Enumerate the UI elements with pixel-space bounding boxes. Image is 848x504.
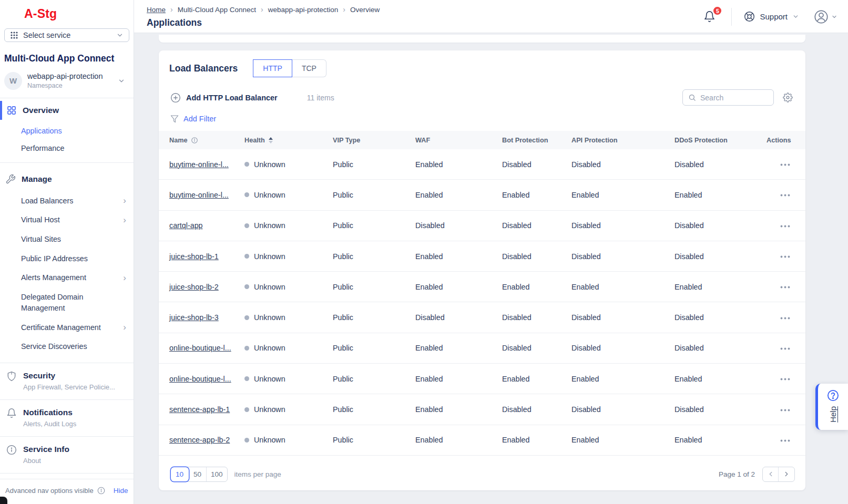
column-header-health[interactable]: Health [244, 137, 333, 144]
health-status-dot [244, 438, 249, 443]
row-actions-button[interactable] [779, 406, 791, 415]
bot-protection-cell: Enabled [502, 283, 571, 291]
column-header-ddos-protection[interactable]: DDoS Protection [675, 137, 767, 144]
row-actions-button[interactable] [779, 314, 791, 323]
lb-type-tab[interactable]: HTTP [253, 59, 292, 77]
breadcrumb-item[interactable]: webapp-api-protection [256, 5, 338, 14]
table-search[interactable] [682, 89, 774, 106]
row-actions-button[interactable] [779, 344, 791, 353]
lb-name-link[interactable]: buytime-online-l... [169, 160, 229, 169]
service-selector[interactable]: Select service [4, 28, 129, 42]
info-circle-icon[interactable] [97, 487, 105, 495]
column-header-api-protection[interactable]: API Protection [571, 137, 675, 144]
table-settings-button[interactable] [783, 92, 793, 102]
sidebar-sub-link[interactable]: Alerts Management › [0, 268, 134, 287]
corner-widget [0, 497, 7, 504]
row-actions-button[interactable] [779, 252, 791, 261]
main-content: Load Balancers HTTPTCP Add HTTP Load Bal… [134, 33, 848, 504]
page-size-option[interactable]: 100 [207, 467, 227, 481]
column-header-waf[interactable]: WAF [415, 137, 502, 144]
vip-type-cell: Public [333, 375, 415, 383]
lb-type-tab[interactable]: TCP [292, 59, 326, 77]
sidebar-item-service-info[interactable]: Service Info About [0, 436, 134, 473]
breadcrumb-item[interactable]: Home [147, 6, 166, 14]
section-subtitle: About [23, 457, 69, 465]
add-http-load-balancer-button[interactable]: Add HTTP Load Balancer [170, 92, 278, 103]
sidebar-sub-link[interactable]: Delegated Domain Management › [0, 287, 134, 317]
sidebar-item-label: Manage [22, 174, 52, 184]
waf-cell: Enabled [415, 375, 502, 383]
load-balancers-card: Load Balancers HTTPTCP Add HTTP Load Bal… [159, 50, 805, 490]
sidebar-sub-link[interactable]: Virtual Sites › [0, 230, 134, 249]
row-actions-button[interactable] [779, 436, 791, 445]
row-actions-button[interactable] [779, 375, 791, 384]
breadcrumb-item[interactable]: Multi-Cloud App Connect [166, 5, 256, 14]
row-actions-button[interactable] [779, 283, 791, 292]
chevron-down-icon [118, 77, 125, 85]
apps-grid-icon [10, 31, 18, 39]
ellipsis-icon [780, 286, 790, 289]
breadcrumb-item[interactable]: Overview [338, 5, 380, 14]
add-filter-button[interactable]: Add Filter [183, 115, 216, 123]
next-page-button[interactable] [779, 467, 794, 481]
lb-name-link[interactable]: sentence-app-lb-2 [169, 436, 230, 444]
namespace-name: webapp-api-protection [27, 72, 103, 80]
lb-name-link[interactable]: juice-shop-lb-1 [169, 252, 219, 261]
notifications-button[interactable]: 5 [701, 8, 718, 25]
ellipsis-icon [780, 255, 790, 258]
row-actions-button[interactable] [779, 160, 791, 169]
health-cell: Unknown [244, 191, 333, 199]
lb-name-link[interactable]: juice-shop-lb-3 [169, 313, 219, 322]
lb-name-link[interactable]: sentence-app-lb-1 [169, 405, 230, 414]
ellipsis-icon [780, 194, 790, 197]
page-size-option[interactable]: 50 [189, 467, 207, 481]
search-input[interactable] [700, 94, 763, 102]
page-size-option[interactable]: 10 [171, 467, 189, 481]
sidebar-sub-link[interactable]: Certificate Management › [0, 318, 134, 337]
sidebar-item-security[interactable]: Security App Firewall, Service Policie..… [0, 363, 134, 399]
overview-links: ApplicationsPerformance [0, 122, 134, 162]
sidebar-item-notifications[interactable]: Notifications Alerts, Audit Logs [0, 399, 134, 436]
lb-name-link[interactable]: buytime-online-l... [169, 191, 229, 199]
sidebar-sub-link[interactable]: Applications [0, 122, 134, 140]
sidebar: A-Stg Select service Multi-Cloud App Con… [0, 0, 134, 504]
namespace-selector[interactable]: W webapp-api-protection Namespace [4, 71, 129, 98]
lb-name-link[interactable]: juice-shop-lb-2 [169, 283, 219, 291]
divider [0, 473, 134, 474]
chevron-down-icon [831, 14, 837, 20]
lb-name-link[interactable]: online-boutique-l... [169, 375, 231, 383]
ddos-protection-cell: Disabled [675, 313, 767, 322]
table-row: online-boutique-l... Unknown Public Enab… [159, 364, 805, 394]
column-header-bot-protection[interactable]: Bot Protection [502, 137, 571, 144]
hide-link[interactable]: Hide [114, 487, 128, 495]
health-cell: Unknown [244, 405, 333, 414]
row-actions-button[interactable] [779, 191, 791, 200]
sidebar-item-overview[interactable]: Overview [0, 98, 134, 122]
plus-circle-icon [170, 92, 181, 103]
lb-name-link[interactable]: cartql-app [169, 221, 203, 230]
sidebar-sub-link[interactable]: Load Balancers › [0, 191, 134, 211]
column-header-name[interactable]: Name [169, 137, 244, 144]
gear-icon [783, 92, 793, 102]
sidebar-sub-link[interactable]: Performance [0, 140, 134, 157]
ddos-protection-cell: Enabled [675, 375, 767, 383]
sidebar-sub-link[interactable]: Public IP Addresses › [0, 249, 134, 269]
waf-cell: Enabled [415, 160, 502, 169]
previous-page-button[interactable] [763, 467, 779, 481]
sidebar-sub-link[interactable]: Service Discoveries › [0, 337, 134, 356]
sidebar-item-manage[interactable]: Manage [0, 167, 134, 191]
lb-name-link[interactable]: online-boutique-l... [169, 344, 231, 352]
chevron-right-icon: › [123, 323, 126, 332]
bell-icon [6, 408, 17, 428]
user-menu-button[interactable] [814, 9, 837, 24]
column-header-vip-type[interactable]: VIP Type [333, 137, 415, 144]
row-actions-button[interactable] [779, 222, 791, 231]
support-button[interactable]: Support [744, 11, 799, 22]
health-cell: Unknown [244, 283, 333, 291]
sidebar-sub-link[interactable]: Virtual Host › [0, 210, 134, 230]
column-header-actions: Actions [767, 137, 795, 144]
page-info: Page 1 of 2 [719, 470, 755, 478]
ddos-protection-cell: Enabled [675, 191, 767, 199]
ellipsis-icon [780, 347, 790, 350]
help-tab[interactable]: Help [815, 384, 848, 430]
